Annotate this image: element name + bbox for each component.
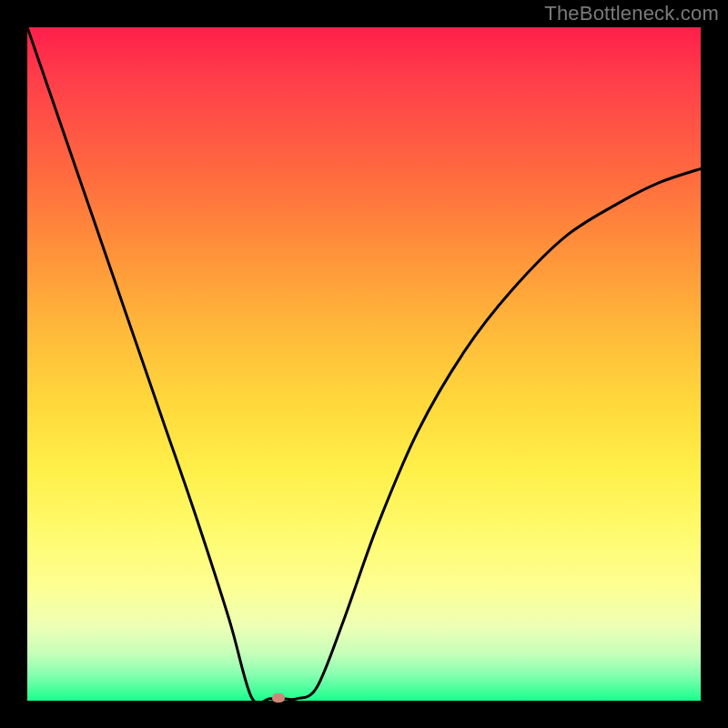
- chart-frame: TheBottleneck.com: [0, 0, 728, 728]
- bottleneck-curve: [27, 27, 701, 701]
- curve-svg: [27, 27, 701, 701]
- optimum-marker: [272, 693, 285, 703]
- plot-area: [27, 27, 701, 701]
- watermark-text: TheBottleneck.com: [544, 2, 719, 25]
